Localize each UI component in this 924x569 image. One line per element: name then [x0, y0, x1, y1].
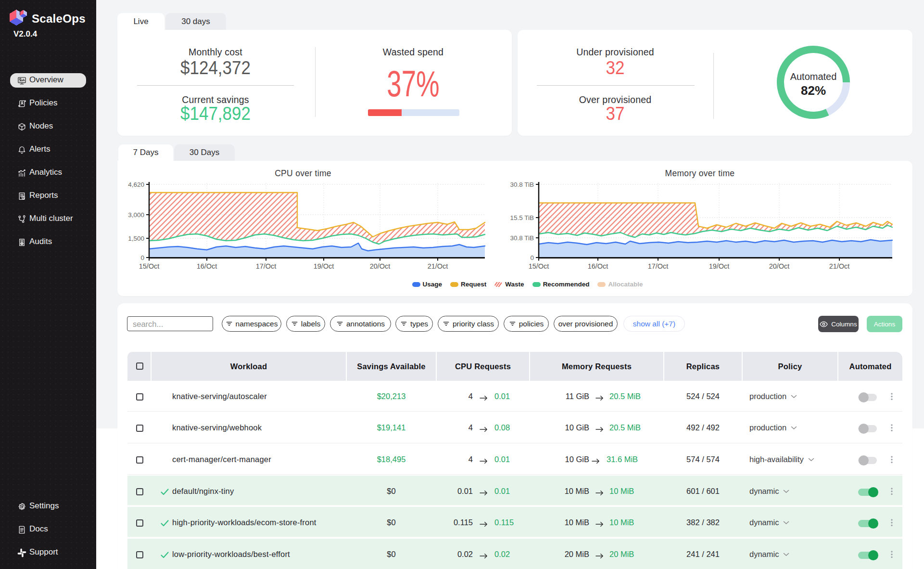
svg-text:4,620: 4,620: [128, 181, 144, 188]
svg-text:19/Oct: 19/Oct: [314, 262, 334, 270]
svg-text:17/Oct: 17/Oct: [648, 262, 669, 270]
svg-text:16/Oct: 16/Oct: [588, 262, 608, 270]
svg-text:21/Oct: 21/Oct: [428, 262, 448, 270]
svg-text:30.8 TiB: 30.8 TiB: [510, 181, 534, 188]
svg-text:21/Oct: 21/Oct: [829, 262, 850, 270]
svg-text:15/Oct: 15/Oct: [139, 262, 160, 270]
svg-text:0: 0: [140, 254, 144, 261]
svg-text:1,500: 1,500: [128, 235, 144, 242]
svg-text:19/Oct: 19/Oct: [709, 262, 730, 270]
svg-text:16/Oct: 16/Oct: [197, 262, 217, 270]
svg-text:15.5 TiB: 15.5 TiB: [510, 214, 534, 221]
svg-text:0: 0: [530, 254, 534, 261]
svg-text:30.8 TiB: 30.8 TiB: [510, 234, 534, 242]
svg-text:20/Oct: 20/Oct: [769, 262, 790, 270]
svg-text:17/Oct: 17/Oct: [256, 262, 277, 270]
svg-text:3,000: 3,000: [128, 211, 144, 219]
svg-text:15/Oct: 15/Oct: [529, 262, 549, 270]
svg-text:20/Oct: 20/Oct: [370, 262, 391, 270]
